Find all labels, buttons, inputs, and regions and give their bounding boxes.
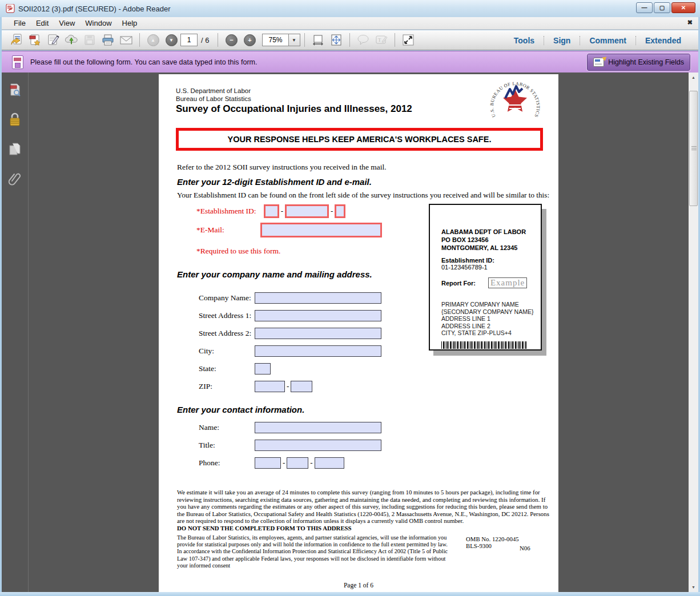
menu-help[interactable]: Help bbox=[117, 18, 143, 29]
vertical-scrollbar[interactable]: ▲ ▼ bbox=[689, 73, 698, 592]
zip-label: ZIP: bbox=[199, 382, 255, 391]
city-field[interactable] bbox=[255, 345, 381, 357]
phone-field-2[interactable] bbox=[287, 457, 308, 469]
street-address-1-field[interactable] bbox=[255, 310, 381, 321]
close-button[interactable]: ✕ bbox=[671, 2, 695, 13]
contact-title-field[interactable] bbox=[255, 440, 381, 451]
fit-width-button[interactable] bbox=[309, 32, 327, 48]
window-title: SOII2012 (3).pdf (SECURED) - Adobe Reade… bbox=[18, 5, 171, 13]
company-name-field[interactable] bbox=[255, 292, 381, 304]
document-workspace: U.S. Department of Labor Bureau of Labor… bbox=[2, 73, 698, 592]
minimize-button[interactable]: — bbox=[636, 2, 653, 13]
confidentiality-text: The Bureau of Labor Statistics, its empl… bbox=[177, 534, 450, 569]
menu-bar: File Edit View Window Help ✖ bbox=[2, 17, 698, 30]
page-count-label: / 6 bbox=[201, 36, 209, 45]
tab-comment[interactable]: Comment bbox=[580, 36, 635, 45]
navigation-sidebar bbox=[2, 73, 29, 592]
phone-field-3[interactable] bbox=[315, 457, 344, 469]
email-field[interactable] bbox=[260, 223, 382, 237]
restore-button[interactable]: ▢ bbox=[654, 2, 670, 13]
contact-name-field[interactable] bbox=[255, 422, 381, 433]
open-file-icon bbox=[10, 33, 23, 47]
pages-panel-icon[interactable] bbox=[7, 142, 22, 157]
previous-page-button[interactable]: ▲ bbox=[144, 32, 162, 48]
create-pdf-button[interactable] bbox=[26, 32, 43, 48]
svg-text:T: T bbox=[378, 37, 381, 43]
agency-line-1: U.S. Department of Labor bbox=[176, 87, 251, 95]
sign-document-button[interactable] bbox=[45, 32, 62, 48]
upload-cloud-button[interactable] bbox=[63, 32, 80, 48]
zip-field-1[interactable] bbox=[255, 381, 285, 392]
zip-field-2[interactable] bbox=[291, 381, 312, 392]
contact-title-label: Title: bbox=[199, 441, 255, 450]
establishment-id-field-2[interactable] bbox=[285, 204, 329, 218]
card-address-2: PO BOX 123456 bbox=[441, 236, 541, 244]
pdf-page: U.S. Department of Labor Bureau of Labor… bbox=[159, 74, 558, 592]
scrollbar-thumb[interactable] bbox=[689, 91, 698, 206]
zoom-in-button[interactable]: + bbox=[241, 32, 258, 48]
tab-extended[interactable]: Extended bbox=[635, 36, 690, 45]
notification-message: Please fill out the following form. You … bbox=[30, 58, 257, 66]
zoom-in-icon: + bbox=[244, 34, 256, 46]
state-field[interactable] bbox=[255, 363, 271, 374]
open-file-button[interactable] bbox=[8, 32, 25, 48]
state-label: State: bbox=[199, 364, 255, 373]
bls-form-number: BLS-9300 bbox=[466, 542, 519, 549]
text-markup-button[interactable]: T bbox=[373, 32, 390, 48]
print-icon bbox=[100, 33, 115, 47]
phone-field-1[interactable] bbox=[255, 457, 281, 469]
title-bar[interactable]: SOII2012 (3).pdf (SECURED) - Adobe Reade… bbox=[0, 0, 700, 17]
example-mailing-card: ALABAMA DEPT OF LABOR PO BOX 123456 MONT… bbox=[429, 204, 542, 351]
highlight-fields-icon bbox=[593, 58, 604, 67]
establishment-id-label: *Establishment ID: bbox=[196, 207, 256, 216]
card-example-stamp: Example bbox=[488, 277, 527, 288]
establishment-id-field-1[interactable] bbox=[264, 204, 279, 218]
bls-logo: U.S. BUREAU OF LABOR STATISTICS bbox=[488, 79, 542, 124]
close-pane-icon[interactable]: ✖ bbox=[687, 19, 693, 26]
card-mail-5: CITY, STATE ZIP-PLUS+4 bbox=[441, 329, 541, 337]
barcode bbox=[441, 341, 527, 349]
main-toolbar: ▲ ▼ / 6 − + 75% ▼ T bbox=[2, 30, 698, 50]
establishment-id-field-3[interactable] bbox=[335, 204, 345, 218]
menu-view[interactable]: View bbox=[54, 18, 80, 29]
contact-name-label: Name: bbox=[199, 423, 255, 432]
upload-cloud-icon bbox=[64, 33, 79, 47]
fullscreen-mode-icon bbox=[401, 33, 415, 47]
street-address-2-field[interactable] bbox=[255, 328, 381, 339]
zoom-out-button[interactable]: − bbox=[223, 32, 240, 48]
next-page-icon: ▼ bbox=[166, 34, 178, 46]
comment-bubble-button[interactable] bbox=[355, 32, 372, 48]
tab-sign[interactable]: Sign bbox=[544, 36, 580, 45]
company-section-heading: Enter your company name and mailing addr… bbox=[177, 269, 372, 279]
city-label: City: bbox=[199, 347, 255, 356]
fit-page-button[interactable] bbox=[328, 32, 345, 48]
save-button[interactable] bbox=[81, 32, 98, 48]
scroll-up-icon[interactable]: ▲ bbox=[689, 73, 698, 82]
card-address-3: MONTGOMERY, AL 12345 bbox=[441, 244, 541, 252]
email-button[interactable] bbox=[118, 32, 135, 48]
security-lock-icon[interactable] bbox=[7, 112, 22, 127]
create-pdf-icon bbox=[28, 33, 42, 47]
survey-title: Survey of Occupational Injuries and Illn… bbox=[176, 103, 412, 115]
task-pane-tabs: Tools Sign Comment Extended bbox=[505, 30, 690, 50]
menu-window[interactable]: Window bbox=[80, 18, 116, 29]
menu-file[interactable]: File bbox=[9, 18, 31, 29]
next-page-button[interactable]: ▼ bbox=[163, 32, 180, 48]
zoom-level-select[interactable]: 75% ▼ bbox=[262, 34, 300, 46]
card-mail-3: ADDRESS LINE 1 bbox=[441, 315, 541, 323]
document-canvas[interactable]: U.S. Department of Labor Bureau of Labor… bbox=[29, 73, 689, 592]
company-name-label: Company Name: bbox=[199, 293, 255, 303]
highlight-existing-fields-button[interactable]: Highlight Existing Fields bbox=[587, 54, 690, 71]
window-frame-bottom bbox=[0, 592, 700, 596]
zoom-dropdown-icon[interactable]: ▼ bbox=[288, 34, 300, 46]
paperwork-burden-text: We estimate it will take you an average … bbox=[177, 489, 549, 524]
attachments-paperclip-icon[interactable] bbox=[7, 172, 22, 187]
fullscreen-mode-button[interactable] bbox=[400, 32, 417, 48]
menu-edit[interactable]: Edit bbox=[31, 18, 54, 29]
scroll-down-icon[interactable]: ▼ bbox=[689, 582, 698, 592]
tab-tools[interactable]: Tools bbox=[505, 36, 544, 45]
page-thumbnails-icon[interactable] bbox=[7, 83, 22, 98]
card-mail-1: PRIMARY COMPANY NAME bbox=[441, 301, 541, 308]
print-button[interactable] bbox=[99, 32, 116, 48]
page-number-input[interactable] bbox=[180, 34, 198, 46]
